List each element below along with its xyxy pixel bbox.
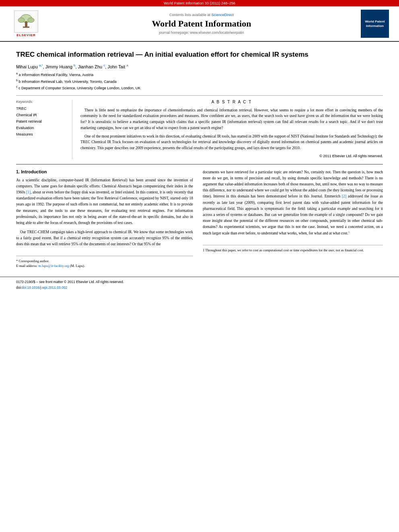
abstract-section: Keywords: TREC Chemical IR Patent retrie…: [16, 100, 383, 159]
svg-rect-5: [23, 27, 29, 28]
footer-left: 0172-2190/$ – see front matter © 2011 El…: [16, 279, 124, 290]
affiliation-a: a a Information Retrieval Facility, Vien…: [16, 71, 383, 78]
svg-point-3: [18, 18, 25, 23]
corresponding-author-note: * Corresponding author.: [16, 259, 193, 264]
abstract-heading: A B S T R A C T: [80, 100, 383, 104]
journal-homepage: journal homepage: www.elsevier.com/locat…: [52, 31, 351, 35]
keyword-patent-retrieval: Patent retrieval: [16, 118, 66, 125]
footnote-1-link[interactable]: 1: [348, 230, 350, 234]
journal-header: ELSEVIER Contents lists available at Sci…: [0, 6, 399, 42]
footnote-1-section: 1 Throughout this paper, we refer to cos…: [203, 245, 383, 253]
intro-para-2: Our TREC-CHEM campaign takes a high-leve…: [16, 229, 193, 248]
keyword-trec: TREC: [16, 105, 66, 112]
body-left-text: As a scientific discipline, computer-bas…: [16, 177, 193, 248]
footer-bar: 0172-2190/$ – see front matter © 2011 El…: [0, 277, 399, 293]
article-title: TREC chemical information retrieval — An…: [16, 50, 383, 60]
keyword-chemical-ir: Chemical IR: [16, 112, 66, 118]
divider-after-affiliations: [16, 95, 383, 96]
email-note: E-mail address: m.lupu@ir-facility.org (…: [16, 263, 193, 269]
journal-logo-right: World Patent Information: [359, 10, 391, 38]
journal-logo-box: World Patent Information: [361, 10, 389, 38]
authors-line: Mihai Lupu a,*, Jimmy Huang b, Jianhan Z…: [16, 64, 383, 69]
svg-rect-2: [25, 21, 27, 27]
keyword-evaluation: Evaluation: [16, 125, 66, 131]
abstract-column: A B S T R A C T There is little need to …: [80, 100, 383, 159]
affiliation-c: c c Department of Computer Science, Univ…: [16, 84, 383, 91]
abstract-paragraph-1: There is little need to emphasize the im…: [80, 107, 383, 131]
footnote-section: * Corresponding author. E-mail address: …: [16, 256, 193, 269]
elsevier-brand-text: ELSEVIER: [16, 33, 36, 37]
doi-link[interactable]: doi:10.1016/j.wpi.2011.03.002: [22, 286, 67, 290]
journal-citation-bar: World Patent Information 33 (2011) 248–2…: [0, 0, 399, 6]
main-content: TREC chemical information retrieval — An…: [0, 42, 399, 277]
keywords-column: Keywords: TREC Chemical IR Patent retrie…: [16, 100, 72, 159]
section1-heading: 1. Introduction: [16, 169, 193, 174]
svg-point-4: [28, 18, 34, 23]
journal-title: World Patent Information: [52, 18, 351, 29]
affiliation-b: b b Infromation Retrieval Lab, York Univ…: [16, 78, 383, 84]
elsevier-tree-image: [14, 10, 38, 33]
intro-para-1: As a scientific discipline, computer-bas…: [16, 177, 193, 226]
affiliations: a a Information Retrieval Facility, Vien…: [16, 71, 383, 91]
sciencedirect-link[interactable]: ScienceDirect: [212, 13, 234, 17]
journal-citation-text: World Patent Information 33 (2011) 248–2…: [164, 1, 235, 5]
body-left-column: 1. Introduction As a scientific discipli…: [16, 169, 193, 269]
keywords-label: Keywords:: [16, 100, 66, 104]
ref-1-link[interactable]: [1]: [26, 190, 31, 194]
ref-2-link[interactable]: [2]: [342, 194, 346, 198]
author-email-link[interactable]: m.lupu@ir-facility.org: [38, 264, 69, 268]
copyright-line: © 2011 Elsevier Ltd. All rights reserved…: [80, 154, 383, 159]
body-right-text: documents we have retrieved for a partic…: [203, 169, 383, 237]
elsevier-logo: ELSEVIER: [8, 10, 44, 37]
footnote-1-text: 1 Throughout this paper, we refer to cos…: [203, 248, 383, 253]
abstract-text: There is little need to emphasize the im…: [80, 107, 383, 159]
body-right-column: documents we have retrieved for a partic…: [203, 169, 383, 269]
sciencedirect-line: Contents lists available at ScienceDirec…: [52, 13, 351, 17]
footer-issn: 0172-2190/$ – see front matter © 2011 El…: [16, 279, 124, 285]
body-content: 1. Introduction As a scientific discipli…: [16, 169, 383, 269]
right-para-1: documents we have retrieved for a partic…: [203, 169, 383, 237]
journal-center-info: Contents lists available at ScienceDirec…: [44, 13, 359, 35]
keyword-measures: Measures: [16, 131, 66, 138]
section-divider: [16, 164, 383, 164]
abstract-paragraph-2: One of the most prominent initiatives to…: [80, 134, 383, 151]
footer-doi: doi:doi:10.1016/j.wpi.2011.03.002: [16, 285, 124, 291]
